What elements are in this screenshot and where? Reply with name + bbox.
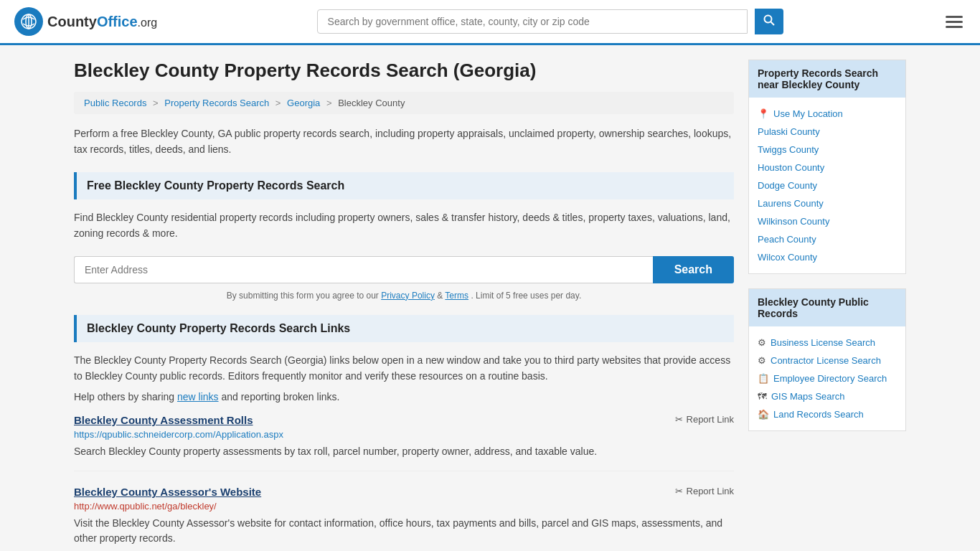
address-search-button[interactable]: Search xyxy=(653,256,734,283)
link-item-assessment-rolls: Bleckley County Assessment Rolls ✂ Repor… xyxy=(74,414,734,471)
logo-text: CountyOffice.org xyxy=(47,14,157,30)
report-link-button-1[interactable]: ✂ Report Link xyxy=(675,414,734,425)
breadcrumb-sep-2: > xyxy=(275,98,281,108)
address-search-input[interactable] xyxy=(74,256,653,283)
link-item-header-2: Bleckley County Assessor's Website ✂ Rep… xyxy=(74,486,734,498)
nearby-county-link[interactable]: Wilkinson County xyxy=(758,212,897,230)
links-section: Bleckley County Property Records Search … xyxy=(74,315,734,551)
nearby-counties-section: Property Records Search near Bleckley Co… xyxy=(748,60,906,274)
nearby-county-link[interactable]: Houston County xyxy=(758,159,897,176)
link-item-assessors-website: Bleckley County Assessor's Website ✂ Rep… xyxy=(74,486,734,551)
report-icon-2: ✂ xyxy=(675,486,683,496)
nearby-county-link[interactable]: Pulaski County xyxy=(758,123,897,141)
breadcrumb-georgia[interactable]: Georgia xyxy=(287,98,320,108)
breadcrumb-sep-3: > xyxy=(326,98,332,108)
breadcrumb-current: Bleckley County xyxy=(338,98,405,108)
sidebar: Property Records Search near Bleckley Co… xyxy=(748,60,906,551)
public-record-link[interactable]: ⚙Business License Search xyxy=(758,334,897,352)
breadcrumb: Public Records > Property Records Search… xyxy=(74,92,734,114)
hamburger-line-2 xyxy=(946,21,963,23)
links-description: The Bleckley County Property Records Sea… xyxy=(74,352,734,385)
address-search-row: Search xyxy=(74,256,734,283)
public-records-header: Bleckley County Public Records xyxy=(749,289,905,326)
hamburger-line-3 xyxy=(946,26,963,28)
free-search-header: Free Bleckley County Property Records Se… xyxy=(74,172,734,199)
public-record-icon: 🗺 xyxy=(758,391,767,402)
site-header: CountyOffice.org xyxy=(0,0,980,45)
header-search-input[interactable] xyxy=(317,9,748,34)
use-my-location-link[interactable]: 📍 Use My Location xyxy=(758,105,897,123)
report-link-button-2[interactable]: ✂ Report Link xyxy=(675,486,734,496)
public-record-icon: 📋 xyxy=(758,373,769,384)
public-record-link[interactable]: 🏠Land Records Search xyxy=(758,405,897,423)
main-container: Bleckley County Property Records Search … xyxy=(60,45,920,551)
form-disclaimer: By submitting this form you agree to our… xyxy=(74,291,734,301)
public-records-section: Bleckley County Public Records ⚙Business… xyxy=(748,288,906,431)
logo-icon xyxy=(14,7,43,36)
hamburger-menu-button[interactable] xyxy=(943,13,966,31)
address-search-form: Search By submitting this form you agree… xyxy=(74,256,734,301)
nearby-counties-header: Property Records Search near Bleckley Co… xyxy=(749,60,905,98)
terms-link[interactable]: Terms xyxy=(445,291,468,301)
content-area: Bleckley County Property Records Search … xyxy=(74,60,734,551)
share-links-text: Help others by sharing new links and rep… xyxy=(74,391,734,402)
svg-point-3 xyxy=(764,16,771,23)
nearby-county-link[interactable]: Peach County xyxy=(758,230,897,248)
logo-area: CountyOffice.org xyxy=(14,7,157,36)
assessment-rolls-desc: Search Bleckley County property assessme… xyxy=(74,444,734,459)
nearby-counties-content: 📍 Use My Location Pulaski CountyTwiggs C… xyxy=(749,98,905,273)
assessment-rolls-url: https://qpublic.schneidercorp.com/Applic… xyxy=(74,429,734,440)
page-title: Bleckley County Property Records Search … xyxy=(74,60,734,82)
links-section-header: Bleckley County Property Records Search … xyxy=(74,315,734,342)
header-search-area xyxy=(317,9,783,34)
privacy-policy-link[interactable]: Privacy Policy xyxy=(381,291,435,301)
public-records-content: ⚙Business License Search⚙Contractor Lice… xyxy=(749,326,905,430)
svg-line-4 xyxy=(771,22,774,26)
link-item-header-1: Bleckley County Assessment Rolls ✂ Repor… xyxy=(74,414,734,426)
nearby-county-link[interactable]: Wilcox County xyxy=(758,248,897,266)
public-record-icon: ⚙ xyxy=(758,355,766,366)
new-links-link[interactable]: new links xyxy=(177,391,219,402)
breadcrumb-sep-1: > xyxy=(153,98,159,108)
nearby-county-link[interactable]: Dodge County xyxy=(758,176,897,194)
main-description: Perform a free Bleckley County, GA publi… xyxy=(74,126,734,158)
assessors-website-desc: Visit the Bleckley County Assessor's web… xyxy=(74,516,734,546)
public-record-link[interactable]: 🗺GIS Maps Search xyxy=(758,387,897,405)
nearby-county-list: Pulaski CountyTwiggs CountyHouston Count… xyxy=(758,123,897,266)
free-search-description: Find Bleckley County residential propert… xyxy=(74,209,734,242)
public-record-link[interactable]: 📋Employee Directory Search xyxy=(758,369,897,387)
public-record-icon: ⚙ xyxy=(758,337,766,348)
breadcrumb-public-records[interactable]: Public Records xyxy=(84,98,146,108)
report-icon-1: ✂ xyxy=(675,414,683,425)
public-record-icon: 🏠 xyxy=(758,409,769,420)
assessors-website-url: http://www.qpublic.net/ga/bleckley/ xyxy=(74,501,734,512)
header-search-button[interactable] xyxy=(755,9,783,34)
nearby-county-link[interactable]: Twiggs County xyxy=(758,141,897,159)
location-icon: 📍 xyxy=(758,108,769,119)
assessment-rolls-link[interactable]: Bleckley County Assessment Rolls xyxy=(74,414,253,426)
nearby-county-link[interactable]: Laurens County xyxy=(758,194,897,212)
public-record-link[interactable]: ⚙Contractor License Search xyxy=(758,352,897,369)
assessors-website-link[interactable]: Bleckley County Assessor's Website xyxy=(74,486,261,498)
breadcrumb-property-records-search[interactable]: Property Records Search xyxy=(164,98,269,108)
hamburger-line-1 xyxy=(946,16,963,18)
